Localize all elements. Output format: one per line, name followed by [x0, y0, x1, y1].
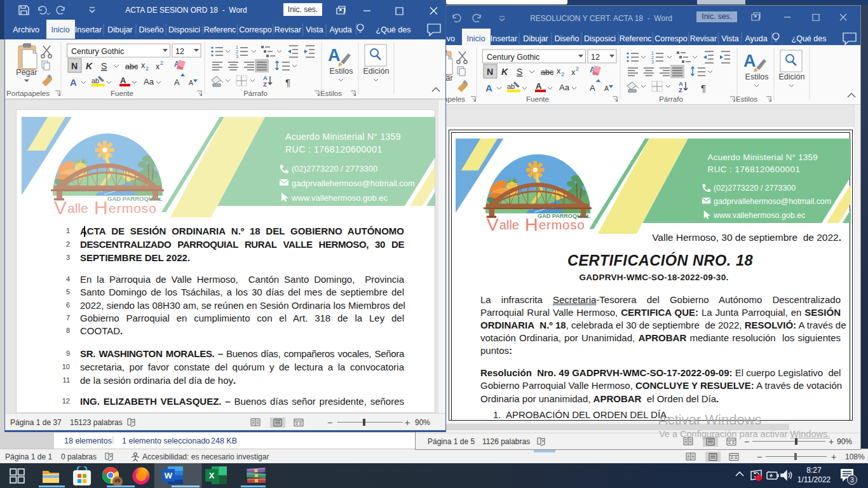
svg-text:X: X [209, 471, 215, 480]
svg-text:3: 3 [850, 476, 854, 484]
svg-text:W: W [165, 471, 173, 480]
